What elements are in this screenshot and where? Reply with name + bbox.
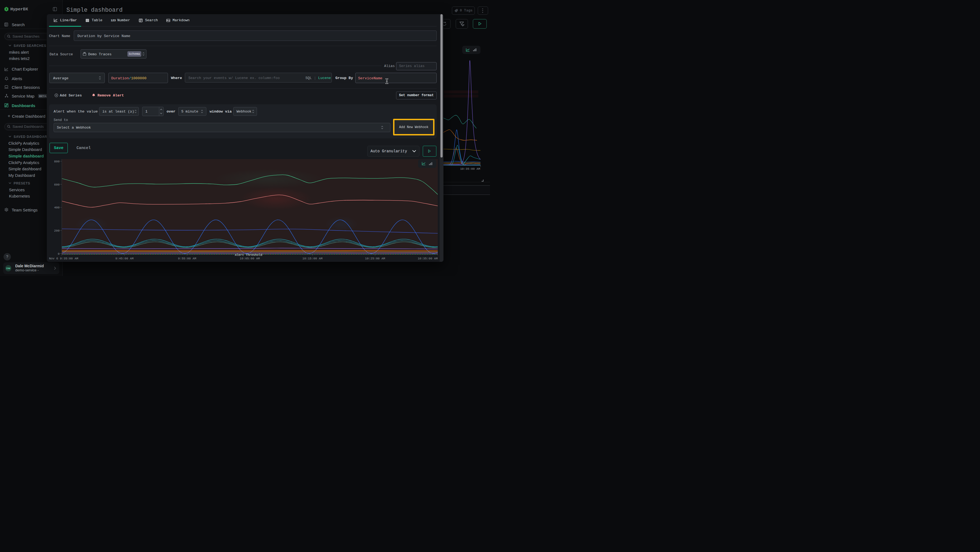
svg-text:10:35:00 AM: 10:35:00 AM (418, 257, 438, 260)
svg-text:200: 200 (54, 229, 60, 232)
svg-text:9:45:00 AM: 9:45:00 AM (115, 257, 134, 260)
svg-text:600: 600 (54, 183, 60, 187)
svg-text:10:35:00 AM: 10:35:00 AM (460, 167, 480, 171)
svg-text:Nov 6 9:35:00 AM: Nov 6 9:35:00 AM (49, 257, 78, 260)
svg-text:Alert Threshold: Alert Threshold (235, 254, 262, 257)
svg-text:800: 800 (54, 160, 60, 163)
svg-text:10:25:00 AM: 10:25:00 AM (365, 257, 385, 260)
svg-text:10:15:00 AM: 10:15:00 AM (302, 257, 323, 260)
svg-text:400: 400 (54, 206, 60, 209)
svg-text:9:55:00 AM: 9:55:00 AM (178, 257, 196, 260)
svg-text:10:05:00 AM: 10:05:00 AM (240, 257, 260, 260)
svg-text:0: 0 (58, 252, 60, 255)
